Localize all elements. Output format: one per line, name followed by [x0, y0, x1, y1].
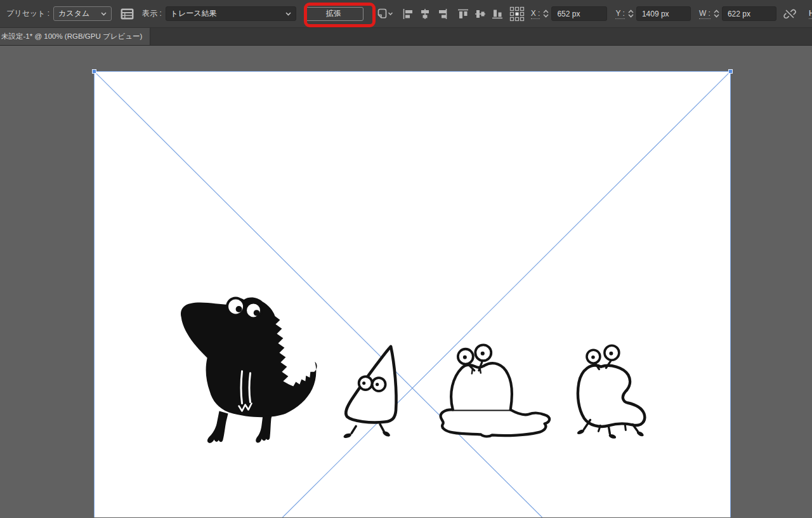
preset-label: プリセット : [6, 8, 49, 19]
align-horizontal-right-icon[interactable] [436, 8, 449, 20]
view-label: 表示 : [142, 8, 162, 19]
view-dropdown[interactable]: トレース結果 [166, 6, 296, 21]
w-stepper[interactable] [714, 10, 719, 18]
x-stepper[interactable] [543, 10, 549, 18]
w-label[interactable]: W : [699, 9, 710, 19]
broken-link-icon[interactable] [783, 8, 796, 20]
expand-button[interactable]: 拡張 [304, 7, 363, 21]
selection-handle-top-right[interactable] [728, 69, 733, 74]
view-value: トレース結果 [171, 8, 217, 19]
align-to-artboard-icon[interactable] [375, 7, 394, 21]
crocodile[interactable] [181, 297, 317, 443]
align-horizontal-left-icon[interactable] [402, 8, 414, 20]
document-tab-bar: 未設定-1* @ 100% (RGB/GPU プレビュー) [0, 28, 812, 46]
h-label[interactable]: H [809, 9, 812, 19]
document-tab[interactable]: 未設定-1* @ 100% (RGB/GPU プレビュー) [0, 28, 150, 45]
crocodile-eye [227, 298, 244, 315]
trace-result-artwork [95, 72, 730, 517]
crocodile-eye [246, 302, 261, 318]
crocodile-pupil [236, 306, 242, 312]
selection-diagonals [95, 72, 730, 517]
align-vertical-top-icon[interactable] [457, 8, 469, 20]
illustrator-window: プリセット : カスタム 表示 : トレース結果 拡張 [0, 0, 812, 518]
selection-handle-top-left[interactable] [92, 69, 96, 74]
y-input[interactable]: 1409 px [636, 6, 691, 21]
align-vertical-center-icon[interactable] [474, 8, 487, 20]
y-stepper[interactable] [628, 10, 634, 18]
image-trace-control-bar: プリセット : カスタム 表示 : トレース結果 拡張 [0, 0, 812, 28]
triangle-creature[interactable] [343, 347, 396, 439]
chevron-down-icon [101, 12, 107, 16]
chevron-down-icon [285, 12, 291, 16]
x-field-group: X : 652 px [531, 6, 608, 21]
reference-point-icon[interactable] [509, 6, 525, 22]
x-input[interactable]: 652 px [551, 6, 607, 21]
w-input[interactable]: 622 px [722, 6, 776, 21]
preset-value: カスタム [58, 8, 89, 19]
crocodile-pupil [254, 310, 260, 316]
y-label[interactable]: Y : [615, 9, 624, 19]
traced-image-artboard[interactable] [94, 71, 731, 517]
bean-creature[interactable] [577, 345, 645, 439]
crocodile-front-leg [207, 411, 228, 442]
image-trace-panel-icon[interactable] [121, 8, 134, 20]
crocodile-back-leg [256, 415, 272, 442]
canvas-area[interactable] [0, 46, 812, 517]
align-vertical-bottom-icon[interactable] [491, 8, 504, 20]
align-horizontal-center-icon[interactable] [419, 8, 431, 20]
x-label[interactable]: X : [531, 9, 540, 19]
y-field-group: Y : 1409 px [615, 6, 690, 21]
preset-dropdown[interactable]: カスタム [53, 6, 112, 21]
snail-creature[interactable] [441, 345, 549, 436]
align-buttons [402, 8, 504, 20]
w-field-group: W : 622 px [699, 6, 776, 21]
